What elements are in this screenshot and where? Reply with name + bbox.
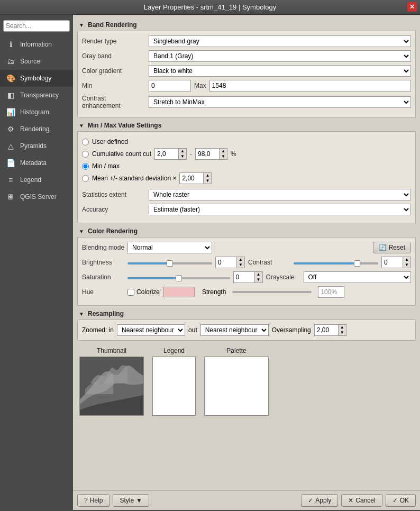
style-button[interactable]: Style ▼ (113, 494, 149, 507)
sidebar-item-pyramids[interactable]: △ Pyramids (0, 138, 73, 154)
cancel-label: Cancel (355, 497, 375, 504)
cumulative-max-up[interactable]: ▲ (220, 149, 227, 154)
oversampling-spinbox: ▲ ▼ (314, 324, 346, 336)
reset-icon: 🔄 (379, 244, 387, 251)
contrast-slider[interactable] (294, 262, 378, 264)
cumulative-min-down[interactable]: ▼ (179, 154, 186, 159)
minmax-body: User defined Cumulative count cut ▲ ▼ (77, 131, 416, 223)
sidebar-item-qgis-server[interactable]: 🖥 QGIS Server (0, 188, 73, 205)
sidebar-label-rendering: Rendering (20, 125, 49, 133)
hue-label: Hue (82, 288, 124, 296)
resampling-section: ▼ Resampling Zoomed: in Nearest neighbou… (77, 308, 416, 341)
sidebar-item-rendering[interactable]: ⚙ Rendering (0, 121, 73, 138)
cumulative-min-up[interactable]: ▲ (179, 149, 186, 154)
information-icon: ℹ (5, 39, 16, 50)
search-input[interactable] (3, 20, 70, 32)
saturation-up[interactable]: ▲ (255, 272, 262, 277)
sidebar-item-metadata[interactable]: 📄 Metadata (0, 154, 73, 171)
contrast-up[interactable]: ▲ (403, 257, 410, 262)
resampling-header[interactable]: ▼ Resampling (77, 308, 416, 320)
source-icon: 🗂 (5, 56, 16, 67)
saturation-spinbox: ▲ ▼ (233, 271, 263, 283)
qgis-server-icon: 🖥 (5, 191, 16, 202)
colorize-checkbox[interactable] (127, 289, 134, 296)
color-gradient-select[interactable]: Black to white White to black (149, 65, 411, 77)
sidebar-item-information[interactable]: ℹ Information (0, 36, 73, 53)
contrast-down[interactable]: ▼ (403, 262, 410, 268)
bottom-bar: ? Help Style ▼ ✓ Apply ✕ Cancel ✓ (73, 490, 420, 510)
band-rendering-header[interactable]: ▼ Band Rendering (77, 19, 416, 31)
minmax-radio-row: Min / max (82, 162, 411, 170)
contrast-input[interactable] (381, 257, 403, 268)
cumulative-radio[interactable] (82, 151, 89, 158)
sidebar-item-symbology[interactable]: 🎨 Symbology (0, 70, 73, 87)
sidebar-item-source[interactable]: 🗂 Source (0, 53, 73, 70)
render-type-select[interactable]: Singleband gray Multiband color Paletted… (149, 35, 411, 47)
zoomed-in-select[interactable]: Nearest neighbour Bilinear Cubic (117, 324, 185, 336)
contrast-enhancement-label: Contrastenhancement (82, 95, 145, 110)
strength-slider[interactable] (232, 291, 312, 293)
mean-stddev-down[interactable]: ▼ (204, 178, 211, 184)
zoomed-out-label: out (188, 326, 197, 334)
metadata-icon: 📄 (5, 158, 16, 168)
cancel-button[interactable]: ✕ Cancel (341, 494, 382, 507)
oversampling-down[interactable]: ▼ (339, 330, 346, 335)
contrast-label: Contrast (248, 259, 290, 266)
user-defined-radio[interactable] (82, 139, 89, 145)
apply-button[interactable]: ✓ Apply (301, 494, 338, 507)
color-rendering-header[interactable]: ▼ Color Rendering (77, 225, 416, 237)
help-label: Help (90, 497, 103, 504)
gray-band-select[interactable]: Band 1 (Gray) (149, 50, 411, 62)
percent-sign: % (231, 150, 236, 158)
blending-mode-select[interactable]: Normal Multiply Screen (127, 242, 212, 253)
stats-extent-select[interactable]: Whole raster Current canvas Updated canv… (149, 189, 411, 200)
zoomed-out-select[interactable]: Nearest neighbour Bilinear Cubic (200, 324, 269, 336)
contrast-enhancement-select[interactable]: Stretch to MinMax Stretch and clip to Mi… (149, 96, 411, 108)
saturation-down[interactable]: ▼ (255, 277, 262, 282)
sidebar-item-transparency[interactable]: ◧ Transparency (0, 87, 73, 104)
colorize-container: Colorize (127, 288, 160, 296)
brightness-slider[interactable] (127, 262, 212, 264)
cumulative-min-input[interactable] (154, 148, 178, 160)
reset-button[interactable]: 🔄 Reset (373, 242, 411, 253)
mean-stddev-input[interactable] (179, 172, 203, 184)
minmax-radio[interactable] (82, 163, 89, 170)
grayscale-select[interactable]: Off By lightness By luminosity By averag… (304, 271, 412, 283)
brightness-up[interactable]: ▲ (237, 257, 244, 262)
oversampling-label: Oversampling (272, 326, 311, 334)
thumbnail-image (80, 357, 143, 415)
strength-input (318, 286, 344, 298)
resampling-row: Zoomed: in Nearest neighbour Bilinear Cu… (82, 324, 411, 336)
sidebar-item-legend[interactable]: ≡ Legend (0, 171, 73, 188)
brightness-input[interactable] (215, 257, 236, 268)
oversampling-input[interactable] (314, 324, 338, 336)
colorize-color-swatch[interactable] (163, 287, 195, 297)
brightness-down[interactable]: ▼ (237, 262, 244, 268)
min-input[interactable] (149, 80, 191, 92)
palette-label: Palette (226, 347, 246, 354)
symbology-icon: 🎨 (5, 73, 16, 84)
oversampling-up[interactable]: ▲ (339, 325, 346, 330)
max-input[interactable] (209, 80, 411, 92)
mean-stddev-radio[interactable] (82, 175, 89, 182)
minmax-arrow: ▼ (78, 122, 85, 129)
ok-button[interactable]: ✓ OK (386, 494, 416, 507)
style-dropdown-icon: ▼ (136, 497, 142, 504)
saturation-slider[interactable] (127, 277, 230, 279)
cumulative-label: Cumulative count cut (92, 150, 151, 158)
help-button[interactable]: ? Help (77, 494, 109, 507)
cumulative-max-input[interactable] (195, 148, 219, 160)
accuracy-select[interactable]: Estimate (faster) Actual (slower) (149, 204, 411, 215)
minmax-header[interactable]: ▼ Min / Max Value Settings (77, 120, 416, 131)
close-button[interactable]: ✕ (407, 2, 417, 12)
mean-stddev-label: Mean +/- standard deviation × (92, 175, 176, 182)
saturation-input[interactable] (233, 271, 254, 283)
bottom-right: ✓ Apply ✕ Cancel ✓ OK (301, 494, 416, 507)
help-icon: ? (84, 497, 88, 504)
legend-item: Legend (152, 347, 196, 416)
preview-section: Thumbnail (77, 347, 416, 416)
cumulative-max-down[interactable]: ▼ (220, 154, 227, 159)
mean-stddev-up[interactable]: ▲ (204, 173, 211, 178)
sidebar-item-histogram[interactable]: 📊 Histogram (0, 104, 73, 121)
colorize-label: Colorize (136, 288, 160, 296)
